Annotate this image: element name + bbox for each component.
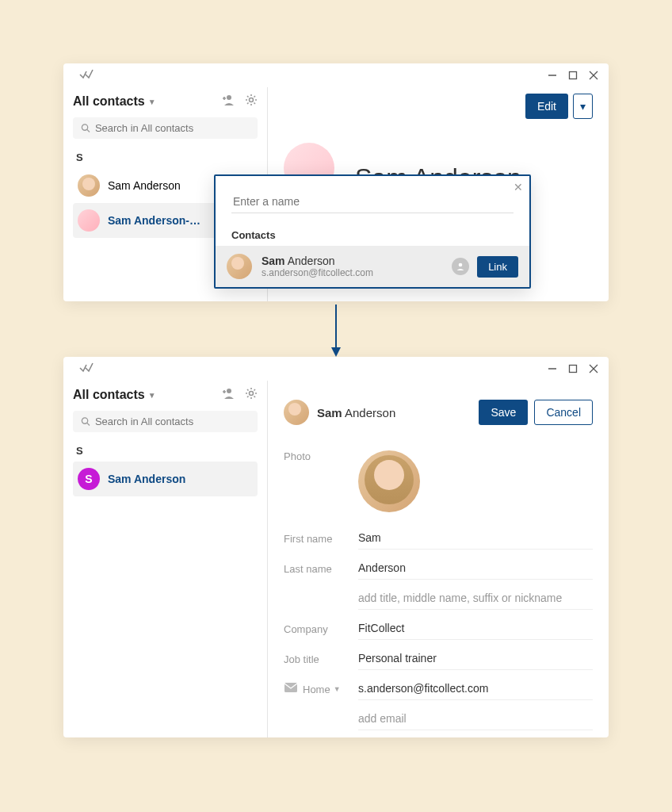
link-contact-popup: ✕ Contacts Sam Anderson s.anderson@fitco… <box>214 174 531 289</box>
svg-rect-13 <box>570 366 577 373</box>
popup-section-title: Contacts <box>216 221 529 246</box>
chevron-down-icon[interactable]: ▼ <box>334 685 341 693</box>
photo-avatar[interactable] <box>358 450 420 512</box>
add-contact-icon[interactable] <box>221 387 235 403</box>
photo-label: Photo <box>284 450 358 462</box>
avatar <box>284 400 309 425</box>
svg-point-8 <box>82 124 87 130</box>
gear-icon[interactable] <box>245 94 258 109</box>
search-input[interactable] <box>73 117 258 139</box>
svg-line-9 <box>87 129 90 132</box>
result-name: Sam Anderson <box>262 255 373 267</box>
sidebar-title[interactable]: All contacts <box>73 94 145 109</box>
minimize-icon[interactable] <box>547 70 558 81</box>
titlebar <box>63 357 609 381</box>
contact-name: Sam Anderson <box>108 179 181 192</box>
chevron-down-icon[interactable]: ▼ <box>148 391 156 400</box>
close-icon[interactable] <box>588 363 599 374</box>
edit-header: Sam Anderson Save Cancel <box>284 393 593 431</box>
section-letter: S <box>73 442 258 462</box>
edit-button[interactable]: Edit <box>525 94 568 119</box>
window-before: All contacts ▼ S Sam Anderson Sam Anders… <box>63 63 609 301</box>
search-icon <box>81 416 90 427</box>
svg-point-7 <box>250 98 254 102</box>
svg-point-10 <box>459 263 463 267</box>
email-input[interactable]: s.anderson@fitcollect.com <box>358 679 593 700</box>
search-input[interactable] <box>73 411 258 432</box>
firstname-label: First name <box>284 533 358 545</box>
close-icon[interactable] <box>588 70 599 81</box>
svg-rect-1 <box>570 72 577 79</box>
search-icon <box>81 123 90 133</box>
main-panel: Sam Anderson Save Cancel Photo First nam… <box>268 381 609 737</box>
contact-item[interactable]: S Sam Anderson <box>73 462 258 496</box>
lastname-label: Last name <box>284 563 358 575</box>
app-logo-icon <box>79 362 94 376</box>
svg-rect-22 <box>284 683 297 692</box>
save-button[interactable]: Save <box>479 400 528 425</box>
svg-line-21 <box>87 423 90 425</box>
search-field[interactable] <box>95 416 250 427</box>
extra-name-input[interactable]: add title, middle name, suffix or nickna… <box>358 588 593 610</box>
gear-icon[interactable] <box>245 387 258 403</box>
cancel-button[interactable]: Cancel <box>534 400 593 425</box>
svg-point-4 <box>227 95 231 100</box>
name-input[interactable] <box>231 192 514 213</box>
avatar <box>78 174 100 197</box>
chevron-down-icon[interactable]: ▼ <box>148 98 156 106</box>
jobtitle-input[interactable]: Personal trainer <box>358 649 593 670</box>
window-after: All contacts ▼ S S Sam Anderson Sam Ande… <box>63 357 609 737</box>
flow-arrow <box>328 304 344 358</box>
maximize-icon[interactable] <box>567 70 578 81</box>
result-email: s.anderson@fitcollect.com <box>262 267 373 278</box>
section-letter: S <box>73 148 258 168</box>
search-field[interactable] <box>95 122 250 134</box>
email-type-select[interactable]: Home <box>303 684 330 695</box>
minimize-icon[interactable] <box>547 363 558 374</box>
contact-result[interactable]: Sam Anderson s.anderson@fitcollect.com L… <box>216 246 529 287</box>
contact-form: Photo First name Sam Last name Anderson … <box>284 450 593 737</box>
email-icon <box>284 682 298 696</box>
add-contact-icon[interactable] <box>221 94 235 109</box>
contact-name: Sam Anderson <box>108 473 185 485</box>
link-button[interactable]: Link <box>477 256 518 278</box>
header-name: Sam Anderson <box>317 406 395 419</box>
app-logo-icon <box>79 68 94 82</box>
company-input[interactable]: FitCollect <box>358 619 593 640</box>
svg-point-20 <box>82 418 87 423</box>
contact-name: Sam Anderson-… <box>108 214 200 227</box>
titlebar <box>63 63 609 87</box>
avatar <box>78 209 100 232</box>
firstname-input[interactable]: Sam <box>358 528 593 550</box>
add-email-input[interactable]: add email <box>358 709 593 730</box>
sidebar: All contacts ▼ S S Sam Anderson <box>63 381 268 737</box>
sidebar-title[interactable]: All contacts <box>73 388 145 402</box>
lastname-input[interactable]: Anderson <box>358 558 593 580</box>
edit-dropdown-button[interactable]: ▾ <box>573 94 593 119</box>
svg-point-16 <box>227 389 231 393</box>
maximize-icon[interactable] <box>567 363 578 374</box>
jobtitle-label: Job title <box>284 653 358 665</box>
avatar <box>227 254 252 279</box>
company-label: Company <box>284 623 358 635</box>
avatar: S <box>78 468 100 490</box>
person-icon <box>452 258 469 275</box>
svg-point-19 <box>250 392 254 396</box>
close-icon[interactable]: ✕ <box>514 181 523 193</box>
